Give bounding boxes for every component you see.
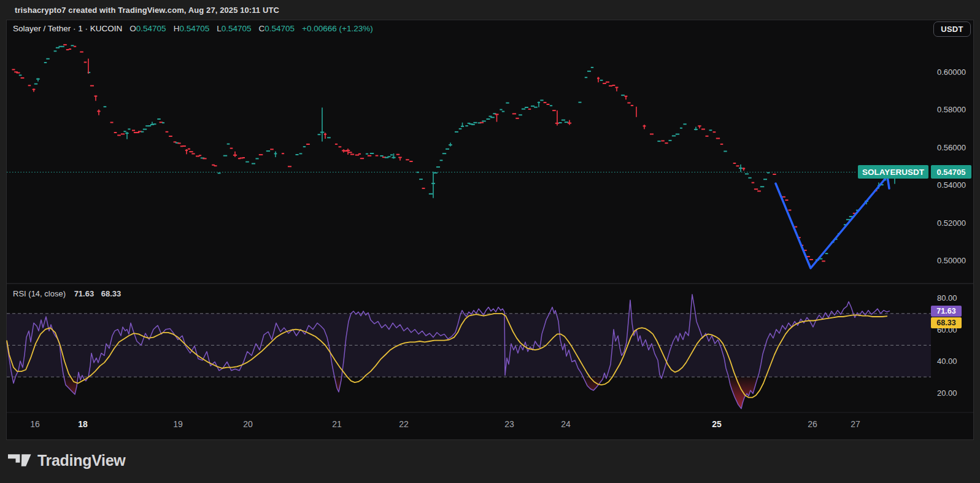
time-tick-19: 19: [173, 419, 183, 429]
symbol-header: Solayer / Tether · 1 · KUCOIN O0.54705 H…: [13, 24, 373, 33]
chart-card: [6, 20, 974, 440]
attribution-text: trishacrypto7 created with TradingView.c…: [15, 6, 279, 15]
tradingview-logo-text: TradingView: [37, 452, 126, 469]
time-tick-26: 26: [808, 419, 817, 429]
price-axis-label: 0.60000: [937, 68, 966, 77]
ohlc-high-label: H: [174, 24, 180, 33]
price-axis-label: 0.54000: [937, 180, 966, 190]
time-tick-25: 25: [712, 419, 722, 429]
price-axis-label: 0.58000: [937, 105, 966, 114]
symbol-price-tag: SOLAYERUSDT: [858, 165, 928, 179]
symbol-title[interactable]: Solayer / Tether · 1 · KUCOIN: [13, 24, 122, 33]
rsi-title[interactable]: RSI: [13, 289, 26, 298]
price-axis-label: 0.56000: [937, 143, 966, 152]
tradingview-logo[interactable]: TradingView: [8, 452, 126, 469]
time-tick-20: 20: [243, 419, 253, 429]
ohlc-close-value: 0.54705: [264, 24, 295, 33]
rsi-axis-label: 40.00: [937, 357, 957, 366]
time-tick-23: 23: [504, 419, 514, 429]
time-tick-21: 21: [332, 419, 342, 429]
time-tick-22: 22: [399, 419, 409, 429]
ohlc-close-label: C: [259, 24, 265, 33]
rsi-value-tag: 71.63: [931, 306, 962, 317]
price-change: +0.00666 (+1.23%): [302, 24, 373, 33]
ohlc-open-value: 0.54705: [136, 24, 166, 33]
price-axis-label: 0.50000: [937, 256, 966, 265]
tradingview-logo-icon: [8, 454, 31, 466]
time-tick-16: 16: [30, 419, 40, 429]
rsi-ma-value: 68.33: [101, 289, 122, 298]
ohlc-low-value: 0.54705: [222, 24, 252, 33]
rsi-ma-value-tag: 68.33: [931, 317, 962, 328]
time-tick-27: 27: [851, 419, 860, 429]
time-tick-24: 24: [561, 419, 571, 429]
attribution-bar: trishacrypto7 created with TradingView.c…: [0, 0, 980, 20]
rsi-axis-label: 20.00: [937, 388, 957, 398]
currency-toggle-button[interactable]: USDT: [933, 21, 971, 37]
ohlc-low-label: L: [217, 24, 222, 33]
rsi-header: RSI (14, close) 71.63 68.33: [13, 289, 121, 298]
price-axis-label: 0.52000: [937, 218, 966, 228]
time-tick-18: 18: [78, 419, 88, 429]
ohlc-high-value: 0.54705: [179, 24, 209, 33]
rsi-value: 71.63: [74, 289, 95, 298]
last-price-tag: 0.54705: [931, 165, 971, 179]
rsi-params: (14, close): [28, 289, 66, 298]
rsi-axis-label: 80.00: [937, 293, 957, 303]
ohlc-open-label: O: [129, 24, 136, 33]
